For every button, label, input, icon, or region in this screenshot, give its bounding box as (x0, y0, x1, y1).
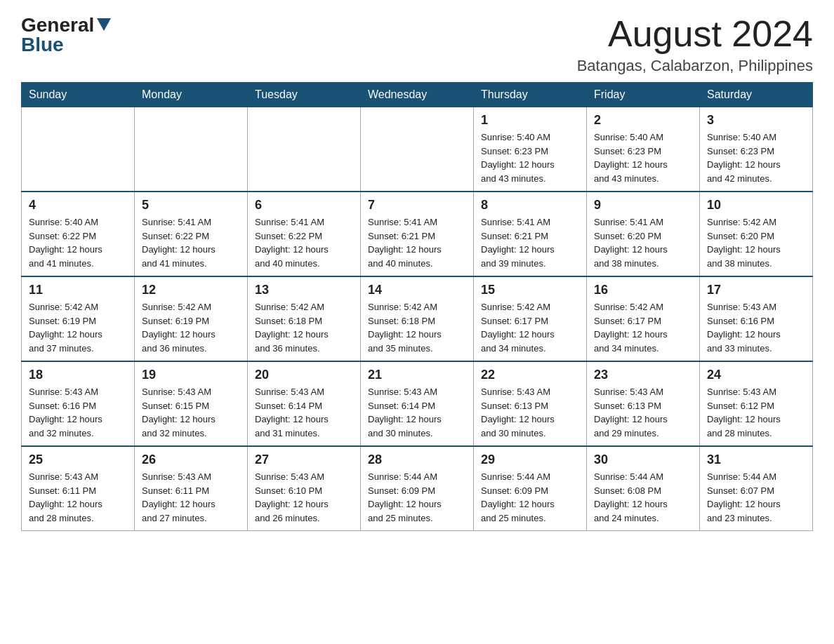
day-info: Sunrise: 5:42 AM Sunset: 6:19 PM Dayligh… (142, 300, 240, 355)
calendar-cell: 6Sunrise: 5:41 AM Sunset: 6:22 PM Daylig… (248, 192, 361, 276)
calendar-cell: 27Sunrise: 5:43 AM Sunset: 6:10 PM Dayli… (248, 446, 361, 531)
day-number: 1 (481, 113, 579, 128)
calendar-week-row: 4Sunrise: 5:40 AM Sunset: 6:22 PM Daylig… (22, 192, 813, 276)
day-number: 7 (368, 198, 466, 213)
calendar-cell: 5Sunrise: 5:41 AM Sunset: 6:22 PM Daylig… (135, 192, 248, 276)
calendar-week-row: 18Sunrise: 5:43 AM Sunset: 6:16 PM Dayli… (22, 361, 813, 446)
day-info: Sunrise: 5:43 AM Sunset: 6:14 PM Dayligh… (368, 385, 466, 440)
calendar-cell: 10Sunrise: 5:42 AM Sunset: 6:20 PM Dayli… (700, 192, 813, 276)
calendar-header-wednesday: Wednesday (361, 83, 474, 107)
day-info: Sunrise: 5:44 AM Sunset: 6:07 PM Dayligh… (707, 470, 805, 525)
day-info: Sunrise: 5:41 AM Sunset: 6:22 PM Dayligh… (142, 215, 240, 270)
calendar-week-row: 25Sunrise: 5:43 AM Sunset: 6:11 PM Dayli… (22, 446, 813, 531)
calendar-cell (248, 107, 361, 192)
day-info: Sunrise: 5:42 AM Sunset: 6:18 PM Dayligh… (255, 300, 353, 355)
day-number: 6 (255, 198, 353, 213)
calendar-week-row: 11Sunrise: 5:42 AM Sunset: 6:19 PM Dayli… (22, 276, 813, 361)
calendar-cell: 20Sunrise: 5:43 AM Sunset: 6:14 PM Dayli… (248, 361, 361, 446)
calendar-cell: 12Sunrise: 5:42 AM Sunset: 6:19 PM Dayli… (135, 276, 248, 361)
calendar-cell: 16Sunrise: 5:42 AM Sunset: 6:17 PM Dayli… (587, 276, 700, 361)
logo-blue-text: Blue (21, 34, 64, 56)
logo: General Blue (21, 14, 111, 56)
calendar-cell (22, 107, 135, 192)
day-info: Sunrise: 5:42 AM Sunset: 6:17 PM Dayligh… (481, 300, 579, 355)
calendar-header-saturday: Saturday (700, 83, 813, 107)
day-number: 21 (368, 368, 466, 382)
calendar-cell: 22Sunrise: 5:43 AM Sunset: 6:13 PM Dayli… (474, 361, 587, 446)
calendar-cell (135, 107, 248, 192)
calendar-cell: 15Sunrise: 5:42 AM Sunset: 6:17 PM Dayli… (474, 276, 587, 361)
day-info: Sunrise: 5:43 AM Sunset: 6:12 PM Dayligh… (707, 385, 805, 440)
month-title: August 2024 (577, 14, 813, 54)
calendar-cell: 28Sunrise: 5:44 AM Sunset: 6:09 PM Dayli… (361, 446, 474, 531)
day-info: Sunrise: 5:40 AM Sunset: 6:23 PM Dayligh… (594, 130, 692, 185)
day-number: 11 (29, 283, 127, 297)
day-info: Sunrise: 5:42 AM Sunset: 6:20 PM Dayligh… (707, 215, 805, 270)
day-number: 16 (594, 283, 692, 297)
day-info: Sunrise: 5:41 AM Sunset: 6:21 PM Dayligh… (368, 215, 466, 270)
calendar-cell: 18Sunrise: 5:43 AM Sunset: 6:16 PM Dayli… (22, 361, 135, 446)
day-info: Sunrise: 5:42 AM Sunset: 6:17 PM Dayligh… (594, 300, 692, 355)
day-info: Sunrise: 5:43 AM Sunset: 6:15 PM Dayligh… (142, 385, 240, 440)
calendar-cell: 13Sunrise: 5:42 AM Sunset: 6:18 PM Dayli… (248, 276, 361, 361)
calendar-cell: 26Sunrise: 5:43 AM Sunset: 6:11 PM Dayli… (135, 446, 248, 531)
logo-arrow-icon (97, 18, 111, 31)
day-info: Sunrise: 5:41 AM Sunset: 6:22 PM Dayligh… (255, 215, 353, 270)
calendar-header-monday: Monday (135, 83, 248, 107)
calendar-cell: 30Sunrise: 5:44 AM Sunset: 6:08 PM Dayli… (587, 446, 700, 531)
day-number: 10 (707, 198, 805, 213)
day-info: Sunrise: 5:43 AM Sunset: 6:11 PM Dayligh… (142, 470, 240, 525)
title-area: August 2024 Batangas, Calabarzon, Philip… (577, 14, 813, 75)
day-number: 22 (481, 368, 579, 382)
day-number: 17 (707, 283, 805, 297)
calendar-cell: 29Sunrise: 5:44 AM Sunset: 6:09 PM Dayli… (474, 446, 587, 531)
day-number: 5 (142, 198, 240, 213)
day-number: 20 (255, 368, 353, 382)
day-number: 23 (594, 368, 692, 382)
day-number: 4 (29, 198, 127, 213)
calendar-cell: 9Sunrise: 5:41 AM Sunset: 6:20 PM Daylig… (587, 192, 700, 276)
day-number: 13 (255, 283, 353, 297)
day-info: Sunrise: 5:43 AM Sunset: 6:16 PM Dayligh… (707, 300, 805, 355)
calendar-cell: 19Sunrise: 5:43 AM Sunset: 6:15 PM Dayli… (135, 361, 248, 446)
day-info: Sunrise: 5:43 AM Sunset: 6:16 PM Dayligh… (29, 385, 127, 440)
calendar-cell: 11Sunrise: 5:42 AM Sunset: 6:19 PM Dayli… (22, 276, 135, 361)
day-number: 15 (481, 283, 579, 297)
day-info: Sunrise: 5:43 AM Sunset: 6:13 PM Dayligh… (481, 385, 579, 440)
calendar-cell: 4Sunrise: 5:40 AM Sunset: 6:22 PM Daylig… (22, 192, 135, 276)
day-info: Sunrise: 5:43 AM Sunset: 6:13 PM Dayligh… (594, 385, 692, 440)
day-number: 25 (29, 452, 127, 467)
day-info: Sunrise: 5:43 AM Sunset: 6:14 PM Dayligh… (255, 385, 353, 440)
calendar-cell: 3Sunrise: 5:40 AM Sunset: 6:23 PM Daylig… (700, 107, 813, 192)
calendar-cell: 23Sunrise: 5:43 AM Sunset: 6:13 PM Dayli… (587, 361, 700, 446)
calendar-header-tuesday: Tuesday (248, 83, 361, 107)
day-info: Sunrise: 5:44 AM Sunset: 6:09 PM Dayligh… (368, 470, 466, 525)
calendar-cell: 17Sunrise: 5:43 AM Sunset: 6:16 PM Dayli… (700, 276, 813, 361)
day-number: 31 (707, 452, 805, 467)
day-number: 29 (481, 452, 579, 467)
calendar-cell: 8Sunrise: 5:41 AM Sunset: 6:21 PM Daylig… (474, 192, 587, 276)
calendar-header-row: SundayMondayTuesdayWednesdayThursdayFrid… (22, 83, 813, 107)
calendar-cell: 7Sunrise: 5:41 AM Sunset: 6:21 PM Daylig… (361, 192, 474, 276)
header: General Blue August 2024 Batangas, Calab… (21, 14, 813, 75)
day-info: Sunrise: 5:41 AM Sunset: 6:20 PM Dayligh… (594, 215, 692, 270)
day-info: Sunrise: 5:41 AM Sunset: 6:21 PM Dayligh… (481, 215, 579, 270)
day-info: Sunrise: 5:44 AM Sunset: 6:08 PM Dayligh… (594, 470, 692, 525)
day-info: Sunrise: 5:40 AM Sunset: 6:22 PM Dayligh… (29, 215, 127, 270)
day-number: 30 (594, 452, 692, 467)
day-number: 14 (368, 283, 466, 297)
calendar-cell: 31Sunrise: 5:44 AM Sunset: 6:07 PM Dayli… (700, 446, 813, 531)
day-number: 19 (142, 368, 240, 382)
calendar-cell (361, 107, 474, 192)
calendar-cell: 25Sunrise: 5:43 AM Sunset: 6:11 PM Dayli… (22, 446, 135, 531)
calendar-week-row: 1Sunrise: 5:40 AM Sunset: 6:23 PM Daylig… (22, 107, 813, 192)
day-number: 2 (594, 113, 692, 128)
day-number: 18 (29, 368, 127, 382)
calendar-cell: 14Sunrise: 5:42 AM Sunset: 6:18 PM Dayli… (361, 276, 474, 361)
day-number: 26 (142, 452, 240, 467)
calendar-cell: 2Sunrise: 5:40 AM Sunset: 6:23 PM Daylig… (587, 107, 700, 192)
day-info: Sunrise: 5:40 AM Sunset: 6:23 PM Dayligh… (707, 130, 805, 185)
day-number: 24 (707, 368, 805, 382)
day-info: Sunrise: 5:44 AM Sunset: 6:09 PM Dayligh… (481, 470, 579, 525)
calendar-cell: 1Sunrise: 5:40 AM Sunset: 6:23 PM Daylig… (474, 107, 587, 192)
